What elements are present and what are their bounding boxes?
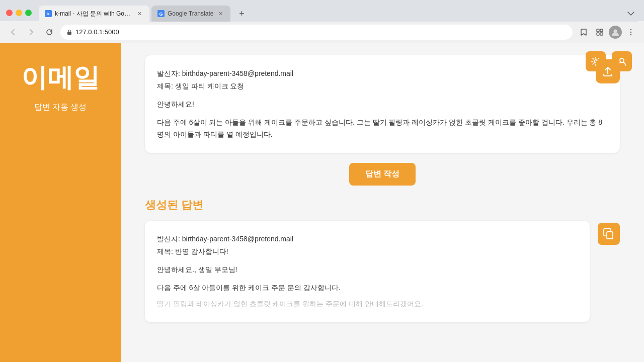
- forward-button[interactable]: [24, 25, 38, 39]
- svg-point-12: [630, 34, 631, 35]
- svg-rect-5: [597, 29, 599, 32]
- browser-chrome: k k-mail - 사업 문의 with Google... ✕ G Goog…: [0, 0, 644, 43]
- generate-reply-button[interactable]: 답변 작성: [349, 163, 416, 186]
- user-avatar-button[interactable]: [609, 26, 622, 39]
- title-bar: k k-mail - 사업 문의 with Google... ✕ G Goog…: [0, 0, 644, 21]
- email-input-card: 발신자: birthday-parent-3458@pretend.mail 제…: [145, 55, 620, 153]
- tab-title-kmail: k-mail - 사업 문의 with Google...: [55, 10, 132, 18]
- reply-card: 발신자: birthday-parent-3458@pretend.mail 제…: [145, 221, 590, 322]
- tab-close-translate[interactable]: ✕: [216, 10, 224, 18]
- nav-icons: [577, 25, 638, 39]
- email-sender-line: 발신자: birthday-parent-3458@pretend.mail: [157, 67, 608, 80]
- reply-card-row: 발신자: birthday-parent-3458@pretend.mail 제…: [145, 221, 620, 322]
- svg-point-9: [614, 29, 617, 33]
- generated-section: 생성된 답변 발신자: birthday-parent-3458@pretend…: [145, 198, 620, 322]
- address-bar[interactable]: 127.0.0.1:5000: [60, 25, 573, 40]
- back-button[interactable]: [6, 25, 20, 39]
- refresh-button[interactable]: [42, 25, 56, 39]
- close-window-button[interactable]: [6, 10, 13, 16]
- tab-title-translate: Google Translate: [168, 10, 213, 17]
- reply-subject-line: 제목: 반영 감사합니다!: [157, 245, 578, 258]
- reply-body1: 다음 주에 6살 아들이를 위한 케이크 주문 문의 감사합니다.: [157, 282, 578, 294]
- sidebar: 이메일 답변 자동 생성: [0, 43, 121, 362]
- lock-icon: [66, 29, 72, 35]
- minimize-window-button[interactable]: [16, 10, 22, 16]
- nav-bar: 127.0.0.1:5000: [0, 21, 644, 43]
- svg-rect-4: [67, 32, 71, 35]
- email-subject-line: 제목: 생일 파티 케이크 요청: [157, 80, 608, 93]
- svg-rect-6: [600, 29, 603, 32]
- svg-rect-15: [607, 232, 613, 239]
- action-row: 답변 작성: [145, 163, 620, 186]
- tab-overflow-button[interactable]: [624, 7, 638, 21]
- svg-point-11: [630, 31, 631, 32]
- new-tab-button[interactable]: +: [234, 7, 249, 21]
- reply-sender-line: 발신자: birthday-parent-3458@pretend.mail: [157, 233, 578, 245]
- reply-greeting: 안녕하세요., 생일 부모님!: [157, 264, 578, 276]
- copy-button[interactable]: [598, 223, 620, 245]
- sidebar-subtitle: 답변 자동 생성: [34, 102, 87, 113]
- sidebar-title: 이메일: [21, 63, 100, 92]
- window-controls: [6, 10, 32, 16]
- svg-text:k: k: [47, 12, 49, 16]
- email-body-text: 다음 주에 6살이 되는 아들을 위해 케이크를 주문하고 싶습니다. 그는 딸…: [157, 117, 608, 141]
- tab-favicon-translate: G: [157, 10, 165, 17]
- upload-button-container: [596, 59, 620, 83]
- tab-translate[interactable]: G Google Translate ✕: [151, 6, 230, 22]
- svg-point-14: [620, 58, 624, 62]
- address-text: 127.0.0.1:5000: [75, 28, 567, 36]
- generated-section-title: 생성된 답변: [145, 198, 620, 213]
- tab-bar: k k-mail - 사업 문의 with Google... ✕ G Goog…: [39, 4, 638, 22]
- tab-close-kmail[interactable]: ✕: [135, 10, 143, 18]
- svg-text:G: G: [159, 12, 163, 17]
- main-area: 발신자: birthday-parent-3458@pretend.mail 제…: [121, 43, 644, 362]
- svg-point-10: [630, 29, 631, 30]
- tab-kmail[interactable]: k k-mail - 사업 문의 with Google... ✕: [39, 6, 149, 22]
- svg-rect-8: [600, 33, 603, 35]
- upload-button[interactable]: [596, 59, 620, 83]
- reply-body2: 딸기 필링과 레이싱카가 얹힌 초콜릿 케이크를 원하는 주문에 대해 안내해드…: [157, 298, 578, 310]
- extensions-button[interactable]: [593, 25, 607, 39]
- page-content: 이메일 답변 자동 생성 발신자: birthday-parent-3458@p…: [0, 43, 644, 362]
- maximize-window-button[interactable]: [25, 10, 32, 16]
- tab-favicon-kmail: k: [45, 10, 52, 17]
- chrome-menu-button[interactable]: [624, 25, 638, 39]
- bookmark-button[interactable]: [577, 25, 591, 39]
- email-greeting: 안녕하세요!: [157, 99, 608, 111]
- svg-rect-7: [597, 33, 599, 35]
